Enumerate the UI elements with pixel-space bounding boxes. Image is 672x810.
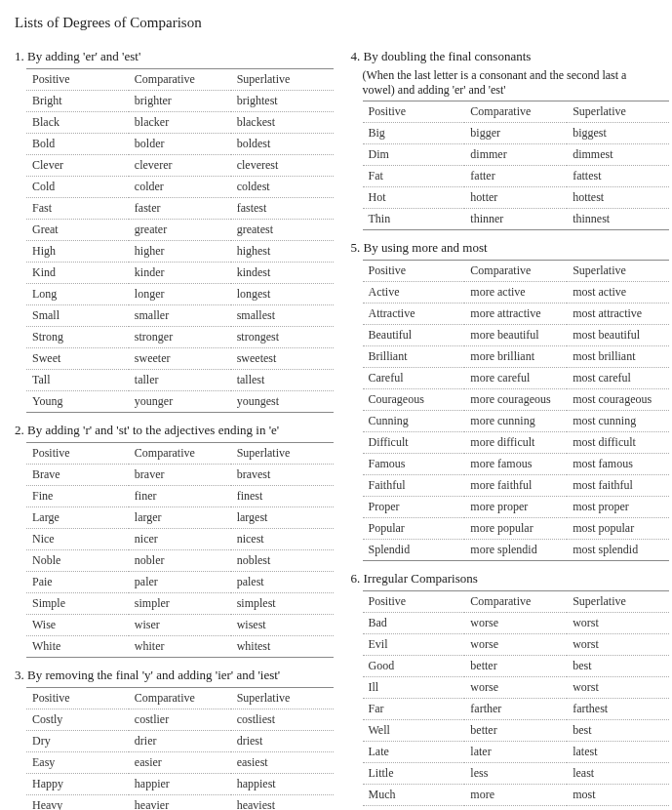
cell-superlative: hottest: [567, 187, 669, 209]
cell-superlative: best: [567, 720, 669, 742]
cell-comparative: more beautiful: [464, 325, 567, 346]
table-row: Whitewhiterwhitest: [26, 636, 334, 658]
table-row: Attractivemore attractivemost attractive: [363, 304, 670, 325]
cell-comparative: more difficult: [464, 432, 567, 454]
cell-positive: Costly: [26, 709, 129, 731]
cell-positive: Bold: [26, 134, 129, 155]
cell-comparative: better: [464, 720, 567, 742]
cell-positive: Brave: [26, 465, 129, 486]
cell-superlative: happiest: [231, 774, 334, 795]
table-header-superlative: Superlative: [567, 261, 669, 282]
table-row: Clevercleverercleverest: [26, 155, 334, 177]
cell-superlative: tallest: [231, 370, 334, 391]
cell-comparative: whiter: [129, 636, 231, 658]
cell-superlative: strongest: [231, 327, 334, 348]
cell-positive: Black: [26, 112, 129, 134]
cell-superlative: most beautiful: [567, 325, 669, 346]
cell-comparative: faster: [129, 198, 231, 220]
table-row: Costlycostliercostliest: [26, 709, 334, 731]
cell-comparative: less: [464, 763, 567, 785]
comparison-table: PositiveComparativeSuperlativeCostlycost…: [26, 687, 334, 810]
layout-container: 1. By adding 'er' and 'est'PositiveCompa…: [15, 39, 657, 810]
table-row: Wellbetterbest: [363, 720, 670, 742]
cell-positive: High: [26, 241, 129, 263]
cell-superlative: fattest: [567, 166, 669, 187]
section-title: 4. By doubling the final consonants: [351, 49, 658, 64]
cell-superlative: wisest: [231, 615, 334, 636]
cell-superlative: most careful: [567, 368, 669, 389]
cell-superlative: worst: [567, 677, 669, 699]
cell-positive: Little: [363, 763, 465, 785]
section-title: 3. By removing the final 'y' and adding …: [15, 668, 322, 683]
cell-comparative: more brilliant: [464, 346, 567, 368]
table-row: Farfartherfarthest: [363, 699, 670, 720]
cell-comparative: longer: [129, 284, 231, 305]
cell-superlative: heaviest: [231, 795, 334, 811]
table-row: Youngyoungeryoungest: [26, 391, 334, 413]
cell-comparative: more popular: [464, 518, 567, 540]
cell-superlative: latest: [567, 742, 669, 763]
cell-positive: Ill: [363, 677, 465, 699]
cell-positive: Bad: [363, 613, 465, 634]
cell-positive: Many: [363, 806, 465, 811]
cell-superlative: largest: [231, 507, 334, 529]
cell-positive: Wise: [26, 615, 129, 636]
table-row: Faithfulmore faithfulmost faithful: [363, 475, 670, 497]
table-row: Littlelessleast: [363, 763, 670, 785]
cell-positive: Splendid: [363, 540, 465, 561]
section-note: (When the last letter is a consonant and…: [351, 68, 658, 98]
table-row: Dimdimmerdimmest: [363, 144, 670, 166]
cell-positive: Big: [363, 123, 465, 144]
cell-superlative: sweetest: [231, 348, 334, 370]
table-row: Famousmore famousmost famous: [363, 454, 670, 475]
table-row: Highhigherhighest: [26, 241, 334, 263]
cell-comparative: easier: [129, 752, 231, 774]
cell-positive: Heavy: [26, 795, 129, 811]
table-header-positive: Positive: [363, 591, 465, 613]
cell-positive: Hot: [363, 187, 465, 209]
cell-superlative: highest: [231, 241, 334, 263]
table-header-positive: Positive: [26, 443, 129, 465]
table-row: Courageousmore courageousmost courageous: [363, 389, 670, 411]
cell-comparative: fatter: [464, 166, 567, 187]
cell-comparative: bigger: [464, 123, 567, 144]
table-row: Cunningmore cunningmost cunning: [363, 411, 670, 432]
cell-superlative: thinnest: [567, 209, 669, 230]
cell-superlative: most: [567, 806, 669, 811]
cell-comparative: bolder: [129, 134, 231, 155]
cell-comparative: blacker: [129, 112, 231, 134]
table-row: Fatfatterfattest: [363, 166, 670, 187]
cell-positive: Sweet: [26, 348, 129, 370]
cell-positive: Small: [26, 305, 129, 327]
cell-comparative: kinder: [129, 263, 231, 284]
cell-comparative: simpler: [129, 593, 231, 615]
cell-superlative: cleverest: [231, 155, 334, 177]
cell-comparative: hotter: [464, 187, 567, 209]
cell-positive: Evil: [363, 634, 465, 656]
cell-positive: Noble: [26, 550, 129, 572]
cell-positive: Beautiful: [363, 325, 465, 346]
cell-superlative: most splendid: [567, 540, 669, 561]
table-row: Illworseworst: [363, 677, 670, 699]
cell-comparative: farther: [464, 699, 567, 720]
cell-positive: Dry: [26, 731, 129, 752]
cell-comparative: sweeter: [129, 348, 231, 370]
cell-comparative: more careful: [464, 368, 567, 389]
cell-comparative: finer: [129, 486, 231, 507]
comparison-table: PositiveComparativeSuperlativeActivemore…: [363, 260, 670, 561]
cell-comparative: more: [464, 806, 567, 811]
table-row: Greatgreatergreatest: [26, 220, 334, 241]
table-header-comparative: Comparative: [464, 101, 567, 123]
section-title: 6. Irregular Comparisons: [351, 571, 658, 587]
table-row: Strongstrongerstrongest: [26, 327, 334, 348]
cell-superlative: most famous: [567, 454, 669, 475]
cell-superlative: boldest: [231, 134, 334, 155]
cell-superlative: most: [567, 785, 669, 806]
cell-positive: Clever: [26, 155, 129, 177]
cell-positive: Cold: [26, 177, 129, 198]
cell-positive: Famous: [363, 454, 465, 475]
cell-positive: Courageous: [363, 389, 465, 411]
table-row: Brightbrighterbrightest: [26, 91, 334, 112]
cell-positive: Cunning: [363, 411, 465, 432]
cell-superlative: most courageous: [567, 389, 669, 411]
